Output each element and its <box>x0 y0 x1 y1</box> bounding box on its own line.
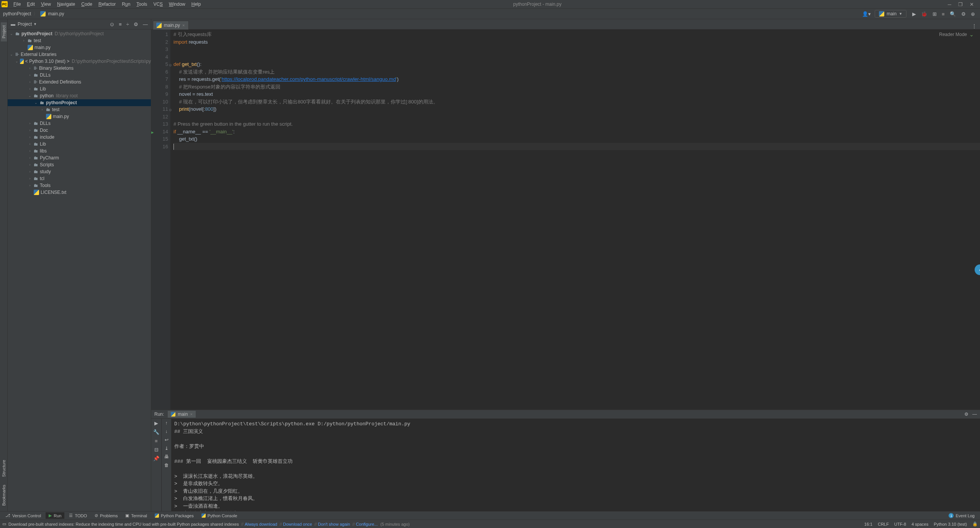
tree-row-test[interactable]: ›🖿test <box>8 106 151 113</box>
status-link-always[interactable]: Always download <box>245 522 277 526</box>
code-line-4[interactable] <box>173 53 980 61</box>
locate-icon[interactable]: ⊙ <box>110 21 114 27</box>
tree-arrow-icon[interactable]: › <box>28 66 32 70</box>
soft-wrap-icon[interactable]: ↩ <box>165 437 169 443</box>
tree-arrow-icon[interactable]: › <box>28 184 32 187</box>
tree-arrow-icon[interactable]: › <box>28 87 32 91</box>
status-link-once[interactable]: Download once <box>283 522 312 526</box>
gutter-line-10[interactable]: 10 <box>151 98 168 106</box>
gutter-line-11[interactable]: ⊖11 <box>151 105 168 113</box>
menu-vcs[interactable]: VCSVCS <box>151 1 165 8</box>
code-line-9[interactable]: novel = res.text <box>173 90 980 98</box>
tree-row-main-py[interactable]: main.py <box>8 113 151 120</box>
gutter-line-7[interactable]: 7 <box>151 75 168 83</box>
tool-tab-python-console[interactable]: Python Console <box>198 513 241 519</box>
run-configuration-selector[interactable]: main ▼ <box>875 10 906 18</box>
gutter-line-9[interactable]: 9 <box>151 90 168 98</box>
tree-row-license-txt[interactable]: LICENSE.txt <box>8 189 151 196</box>
layout-icon[interactable]: ⊟ <box>154 447 159 453</box>
file-encoding[interactable]: UTF-8 <box>894 522 906 526</box>
user-icon[interactable]: 👤▾ <box>862 11 871 17</box>
tabs-more-icon[interactable]: ⋮ <box>972 23 980 29</box>
tool-tab-problems[interactable]: ⊘Problems <box>92 512 121 519</box>
trash-icon[interactable]: 🗑 <box>164 462 169 468</box>
code-line-16[interactable] <box>173 143 980 151</box>
code-line-6[interactable]: # 发送请求，并把响应结果赋值在变量res上 <box>173 68 980 76</box>
tree-row-binary-skeletons[interactable]: ›⊪Binary Skeletons <box>8 65 151 72</box>
close-icon[interactable]: ✕ <box>970 2 974 7</box>
coverage-button[interactable]: ⊞ <box>933 11 937 17</box>
code-line-14[interactable]: if __name__ == '__main__': <box>173 128 980 136</box>
menu-tools[interactable]: ToolsTools <box>134 1 150 8</box>
structure-tool-tab[interactable]: Structure <box>1 457 7 480</box>
tree-arrow-icon[interactable]: › <box>28 163 32 167</box>
pin-icon[interactable]: 📌 <box>153 456 159 461</box>
lock-icon[interactable]: 🔒 <box>972 521 978 526</box>
menu-code[interactable]: CodeCode <box>79 1 95 8</box>
tree-row-lib[interactable]: ›🖿Lib <box>8 141 151 148</box>
scroll-end-icon[interactable]: ⤓ <box>165 446 169 451</box>
tree-row-pycharm[interactable]: ›🖿PyCharm <box>8 154 151 161</box>
tree-arrow-icon[interactable]: ⌄ <box>9 32 14 36</box>
gutter-line-4[interactable]: 4 <box>151 53 168 61</box>
tree-arrow-icon[interactable]: › <box>28 128 32 132</box>
gutter-line-12[interactable]: 12 <box>151 113 168 121</box>
code-line-3[interactable] <box>173 46 980 53</box>
code-line-13[interactable]: # Press the green button in the gutter t… <box>173 120 980 128</box>
tree-row-study[interactable]: ›🖿study <box>8 168 151 175</box>
tree-row-pythonproject[interactable]: ⌄🖿pythonProject <box>8 99 151 106</box>
gutter-line-13[interactable]: 13 <box>151 120 168 128</box>
gutter-line-5[interactable]: ⊖5 <box>151 61 168 68</box>
stop-button[interactable]: ■ <box>942 11 945 17</box>
tree-arrow-icon[interactable]: › <box>28 177 32 180</box>
gear-icon[interactable]: ⚙ <box>134 21 138 27</box>
tree-arrow-icon[interactable]: › <box>28 135 32 139</box>
code-line-5[interactable]: def get_txt(): <box>173 61 980 68</box>
debug-button[interactable]: 🐞 <box>921 11 927 17</box>
tree-arrow-icon[interactable]: ⌄ <box>28 94 32 98</box>
code-editor[interactable]: 1234⊖5678910⊖111213▶141516 # 引入requests库… <box>151 30 980 410</box>
tree-row--python-3-10-test-[interactable]: ⌄< Python 3.10 (test) >D:\python\pythonP… <box>8 58 151 65</box>
tree-row-libs[interactable]: ›🖿libs <box>8 148 151 154</box>
chevron-down-icon[interactable]: ▼ <box>33 22 37 26</box>
editor-tab-main[interactable]: main.py × <box>153 21 189 30</box>
tool-tab-event-log[interactable]: 1Event Log <box>946 512 978 519</box>
tree-row-test[interactable]: ›🖿test <box>8 37 151 44</box>
editor-gutter[interactable]: 1234⊖5678910⊖111213▶141516 <box>151 30 170 410</box>
tree-row-dlls[interactable]: ›🖿DLLs <box>8 72 151 79</box>
tree-row-dlls[interactable]: ›🖿DLLs <box>8 120 151 127</box>
close-run-tab-icon[interactable]: × <box>190 412 192 416</box>
tree-row-extended-definitions[interactable]: ›⊪Extended Definitions <box>8 79 151 85</box>
tree-arrow-icon[interactable]: › <box>28 149 32 153</box>
gutter-line-6[interactable]: 6 <box>151 68 168 76</box>
close-tab-icon[interactable]: × <box>182 23 185 28</box>
breadcrumb-project[interactable]: pythonProject <box>3 11 31 16</box>
indent-setting[interactable]: 4 spaces <box>911 522 928 526</box>
down-icon[interactable]: ↓ <box>165 429 168 434</box>
gutter-line-14[interactable]: ▶14 <box>151 128 168 136</box>
maximize-icon[interactable]: ❐ <box>958 2 963 7</box>
more-icon[interactable]: ⊕ <box>971 11 975 17</box>
gutter-line-16[interactable]: 16 <box>151 143 168 151</box>
up-icon[interactable]: ↑ <box>165 420 168 426</box>
tool-tab-vcs[interactable]: ⎇Version Control <box>2 512 44 519</box>
run-button[interactable]: ▶ <box>912 11 916 17</box>
tree-row-include[interactable]: ›🖿include <box>8 134 151 141</box>
tool-tab-run[interactable]: ▶Run <box>46 512 64 519</box>
menu-refactor[interactable]: RefactorRefactor <box>96 1 118 8</box>
tree-arrow-icon[interactable]: › <box>28 80 32 84</box>
tree-row-tcl[interactable]: ›🖿tcl <box>8 175 151 182</box>
rerun-icon[interactable]: ▶ <box>154 420 158 426</box>
run-tab[interactable]: main × <box>168 411 195 418</box>
code-line-11[interactable]: print(novel[:800]) <box>173 105 980 113</box>
tree-row-python[interactable]: ⌄🖿pythonlibrary root <box>8 92 151 99</box>
code-line-2[interactable]: import requests <box>173 38 980 46</box>
menu-view[interactable]: ViewView <box>38 1 54 8</box>
tool-tab-todo[interactable]: ☰TODO <box>66 512 90 519</box>
tree-row-doc[interactable]: ›🖿Doc <box>8 127 151 134</box>
gutter-line-1[interactable]: 1 <box>151 31 168 38</box>
search-icon[interactable]: 🔍 <box>950 11 956 17</box>
tree-arrow-icon[interactable]: › <box>28 73 32 77</box>
gutter-line-8[interactable]: 8 <box>151 83 168 91</box>
tree-arrow-icon[interactable]: › <box>40 108 44 112</box>
